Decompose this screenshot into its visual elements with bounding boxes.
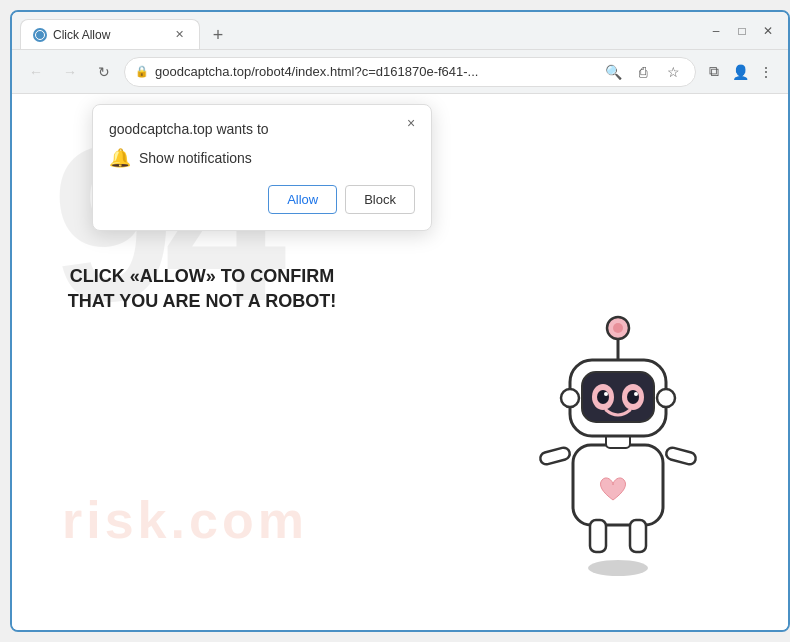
robot-left-eye-shine xyxy=(604,392,608,396)
robot-antenna-inner xyxy=(613,323,623,333)
allow-button[interactable]: Allow xyxy=(268,185,337,214)
url-bar[interactable]: 🔒 goodcaptcha.top/robot4/index.html?c=d1… xyxy=(124,57,696,87)
notification-popup: × goodcaptcha.top wants to 🔔 Show notifi… xyxy=(92,104,432,231)
close-button[interactable]: ✕ xyxy=(756,19,780,43)
window-controls: – □ ✕ xyxy=(704,19,780,43)
robot-right-eye-shine xyxy=(634,392,638,396)
active-tab[interactable]: Click Allow ✕ xyxy=(20,19,200,49)
url-icons: 🔍 ⎙ ☆ xyxy=(601,60,685,84)
reload-button[interactable]: ↻ xyxy=(90,58,118,86)
robot-left-pupil xyxy=(597,390,609,404)
new-tab-button[interactable]: + xyxy=(204,21,232,49)
minimize-button[interactable]: – xyxy=(704,19,728,43)
robot-shadow xyxy=(588,560,648,576)
robot-right-pupil xyxy=(627,390,639,404)
bookmark-icon[interactable]: ☆ xyxy=(661,60,685,84)
main-page-text: CLICK «ALLOW» TO CONFIRM THAT YOU ARE NO… xyxy=(62,264,342,314)
notification-row: 🔔 Show notifications xyxy=(109,147,415,169)
bell-icon: 🔔 xyxy=(109,147,131,169)
tab-area: Click Allow ✕ + xyxy=(20,12,692,49)
tab-favicon xyxy=(33,28,47,42)
robot-illustration xyxy=(518,290,748,610)
search-icon[interactable]: 🔍 xyxy=(601,60,625,84)
watermark-text: risk.com xyxy=(62,490,308,550)
robot-left-arm xyxy=(539,446,571,465)
block-button[interactable]: Block xyxy=(345,185,415,214)
toolbar-icons: ⧉ 👤 ⋮ xyxy=(702,60,778,84)
menu-icon[interactable]: ⋮ xyxy=(754,60,778,84)
popup-buttons: Allow Block xyxy=(109,185,415,214)
share-icon[interactable]: ⎙ xyxy=(631,60,655,84)
title-bar: Click Allow ✕ + – □ ✕ xyxy=(12,12,788,50)
split-view-icon[interactable]: ⧉ xyxy=(702,60,726,84)
robot-left-leg xyxy=(590,520,606,552)
robot-right-leg xyxy=(630,520,646,552)
robot-left-ear xyxy=(561,389,579,407)
browser-window: Click Allow ✕ + – □ ✕ ← → ↻ 🔒 goodcaptch… xyxy=(10,10,790,632)
address-bar: ← → ↻ 🔒 goodcaptcha.top/robot4/index.htm… xyxy=(12,50,788,94)
notification-label: Show notifications xyxy=(139,150,252,166)
tab-close-button[interactable]: ✕ xyxy=(171,27,187,43)
tab-title: Click Allow xyxy=(53,28,165,42)
maximize-button[interactable]: □ xyxy=(730,19,754,43)
forward-button[interactable]: → xyxy=(56,58,84,86)
back-button[interactable]: ← xyxy=(22,58,50,86)
robot-right-arm xyxy=(665,446,697,465)
robot-right-ear xyxy=(657,389,675,407)
robot-svg xyxy=(518,290,718,580)
popup-close-button[interactable]: × xyxy=(401,113,421,133)
profile-icon[interactable]: 👤 xyxy=(728,60,752,84)
popup-title: goodcaptcha.top wants to xyxy=(109,121,415,137)
url-text: goodcaptcha.top/robot4/index.html?c=d161… xyxy=(155,64,595,79)
page-content: 94 risk.com × goodcaptcha.top wants to 🔔… xyxy=(12,94,788,630)
lock-icon: 🔒 xyxy=(135,65,149,78)
